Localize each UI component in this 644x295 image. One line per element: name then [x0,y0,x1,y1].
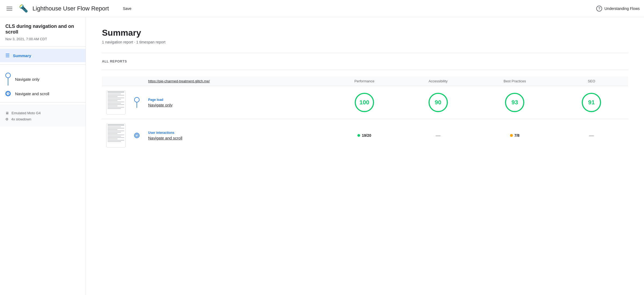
flow-dot-circle [5,73,11,78]
col-seo-header: SEO [555,76,628,86]
device-label-1: Emulated Moto G4 [12,111,41,115]
list-icon: ☰ [5,53,10,58]
score-circle-seo-1: 91 [582,93,601,112]
row1-thumbnail [102,86,130,119]
flow-dot-clock [5,91,11,96]
device-label-2: 4x slowdown [11,117,31,121]
device-row-1: 🖥 Emulated Moto G4 [5,110,80,116]
row2-accessibility: — [402,119,474,152]
row2-seo: — [555,119,628,152]
row1-bestpractices: 93 [474,86,555,119]
understanding-flows-link[interactable]: ? Understanding Flows [596,6,640,12]
help-icon: ? [596,6,602,12]
device-info: 🖥 Emulated Moto G4 ⚙ 4x slowdown [0,105,86,127]
flow-items: Navigate only Navigate and scroll [0,67,86,102]
summary-heading: Summary [102,28,628,38]
project-title: CLS during navigation and on scroll [0,17,86,36]
content-divider-2 [102,70,628,70]
list-item[interactable]: Navigate only [5,70,80,88]
content-divider-1 [102,53,628,53]
thumbnail-navigate-scroll [106,123,126,148]
row2-thumbnail [102,119,130,152]
device-icon: 🖥 [5,111,9,115]
score-value: 7/8 [514,133,519,138]
score-circle-accessibility-1: 90 [429,93,448,112]
flow-label-1: Navigate only [15,77,39,82]
understanding-flows-label: Understanding Flows [604,6,640,11]
sidebar-divider-1 [0,46,86,47]
table-row: User interactions Navigate and scroll 19… [102,119,628,152]
row2-connector [130,119,144,152]
thumbnail-navigate-only [106,90,126,115]
col-thumbnail [102,76,130,86]
score-badge-performance-2: 19/20 [357,133,371,138]
save-button[interactable]: Save [120,4,135,13]
flow-connector-2 [5,91,11,96]
header-left: 🔦 Lighthouse User Flow Report Save [4,4,135,13]
row2-performance: 19/20 [327,119,402,152]
score-badge-bestpractices-2: 7/8 [510,133,519,138]
row1-connector [130,86,144,119]
row1-name-link[interactable]: Navigate only [148,103,323,107]
col-performance-header: Performance [327,76,402,86]
flow-line-1 [8,78,8,86]
row1-performance: 100 [327,86,402,119]
header-right: ? Understanding Flows [596,6,640,12]
reports-table: https://pie-charmed-treatment.glitch.me/… [102,76,628,152]
sidebar: CLS during navigation and on scroll Nov … [0,17,86,295]
green-dot [357,134,360,137]
row2-info: User interactions Navigate and scroll [144,119,327,152]
score-value: 19/20 [362,133,371,138]
header-title: Lighthouse User Flow Report [32,5,109,12]
content-area: Summary 1 navigation report · 1 timespan… [86,17,644,295]
score-circle-bestpractices-1: 93 [505,93,524,112]
cpu-icon: ⚙ [5,117,9,121]
row1-type-label: Page load [148,98,323,102]
lighthouse-logo: 🔦 [19,4,28,13]
sidebar-divider-3 [0,102,86,102]
row1-accessibility: 90 [402,86,474,119]
table-header-row: https://pie-charmed-treatment.glitch.me/… [102,76,628,86]
table-row: Page load Navigate only 100 90 93 91 [102,86,628,119]
header: 🔦 Lighthouse User Flow Report Save ? Und… [0,0,644,17]
row1-info: Page load Navigate only [144,86,327,119]
score-dash-accessibility-2: — [406,133,470,138]
col-connector [130,76,144,86]
row2-bestpractices: 7/8 [474,119,555,152]
orange-dot [510,134,513,137]
main-layout: CLS during navigation and on scroll Nov … [0,17,644,295]
row2-name-link[interactable]: Navigate and scroll [148,136,323,140]
row2-type-label: User interactions [148,131,323,135]
sidebar-divider-2 [0,64,86,65]
device-row-2: ⚙ 4x slowdown [5,116,80,122]
col-bestpractices-header: Best Practices [474,76,555,86]
summary-label: Summary [13,53,31,58]
col-url: https://pie-charmed-treatment.glitch.me/ [144,76,327,86]
sidebar-summary-item[interactable]: ☰ Summary [0,49,86,62]
url-header[interactable]: https://pie-charmed-treatment.glitch.me/ [148,79,210,83]
all-reports-label: ALL REPORTS [102,60,628,63]
score-dash-seo-2: — [559,133,624,138]
flow-connector-1 [5,73,11,86]
menu-icon[interactable] [4,5,14,13]
score-circle-performance-1: 100 [355,93,374,112]
col-accessibility-header: Accessibility [402,76,474,86]
summary-sub: 1 navigation report · 1 timespan report [102,40,628,44]
flow-label-2: Navigate and scroll [15,91,49,96]
row1-seo: 91 [555,86,628,119]
project-date: Nov 3, 2021, 7:00 AM CDT [0,36,86,46]
list-item[interactable]: Navigate and scroll [5,88,80,99]
